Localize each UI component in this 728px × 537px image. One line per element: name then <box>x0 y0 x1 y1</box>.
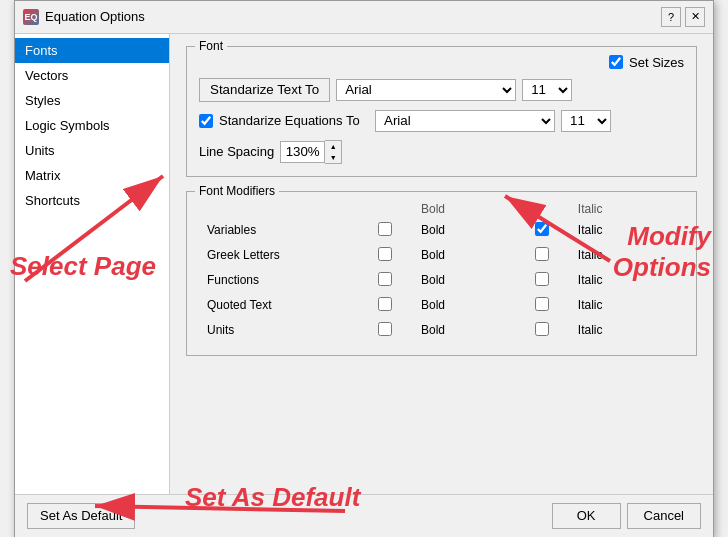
standarize-eq-label: Standarize Equations To <box>219 113 360 128</box>
modifier-row: Quoted Text Bold Italic <box>199 293 684 318</box>
sidebar-item-logic-symbols[interactable]: Logic Symbols <box>15 113 169 138</box>
title-bar: EQ Equation Options ? ✕ <box>15 1 713 34</box>
modifier-bold-check-3[interactable] <box>370 293 413 318</box>
spinner-up-button[interactable]: ▲ <box>325 141 341 152</box>
standarize-text-size-select[interactable]: 89101112 <box>522 79 572 101</box>
spinner-down-button[interactable]: ▼ <box>325 152 341 163</box>
modifier-bold-label-1: Bold <box>413 243 527 268</box>
standarize-eq-checkbox-row: Standarize Equations To <box>199 113 369 128</box>
sidebar-item-units[interactable]: Units <box>15 138 169 163</box>
app-icon: EQ <box>23 9 39 25</box>
modifier-italic-label-1: Italic <box>570 243 684 268</box>
modifiers-section: Font Modifiers Bold Italic V <box>186 191 697 356</box>
modifier-italic-check-0[interactable] <box>527 218 570 243</box>
modifier-row: Units Bold Italic <box>199 318 684 343</box>
sidebar-item-fonts[interactable]: Fonts <box>15 38 169 63</box>
line-spacing-input[interactable] <box>280 141 325 163</box>
help-button[interactable]: ? <box>661 7 681 27</box>
modifier-name-3: Quoted Text <box>199 293 370 318</box>
modifier-italic-label-0: Italic <box>570 218 684 243</box>
standarize-eq-checkbox[interactable] <box>199 114 213 128</box>
modifier-italic-label-3: Italic <box>570 293 684 318</box>
modifier-bold-label-3: Bold <box>413 293 527 318</box>
dialog-body: Fonts Vectors Styles Logic Symbols Units… <box>15 34 713 494</box>
col-header-italic-check <box>527 200 570 218</box>
modifier-name-4: Units <box>199 318 370 343</box>
modifier-row: Greek Letters Bold Italic <box>199 243 684 268</box>
line-spacing-spinner: ▲ ▼ <box>280 140 342 164</box>
cancel-button[interactable]: Cancel <box>627 503 701 529</box>
title-buttons: ? ✕ <box>661 7 705 27</box>
modifier-italic-label-4: Italic <box>570 318 684 343</box>
footer-left: Set As Default <box>27 503 552 529</box>
col-header-bold-check <box>370 200 413 218</box>
modifier-bold-check-2[interactable] <box>370 268 413 293</box>
modifiers-table: Bold Italic Variables Bold Italic Greek … <box>199 200 684 343</box>
modifier-italic-label-2: Italic <box>570 268 684 293</box>
modifier-italic-check-1[interactable] <box>527 243 570 268</box>
standarize-text-row: Standarize Text To Arial Times New Roman… <box>199 78 684 102</box>
modifier-bold-label-2: Bold <box>413 268 527 293</box>
standarize-text-button[interactable]: Standarize Text To <box>199 78 330 102</box>
modifier-name-1: Greek Letters <box>199 243 370 268</box>
title-bar-left: EQ Equation Options <box>23 9 145 25</box>
col-header-bold: Bold <box>413 200 527 218</box>
sidebar-item-shortcuts[interactable]: Shortcuts <box>15 188 169 213</box>
set-sizes-label: Set Sizes <box>629 55 684 70</box>
dialog-title: Equation Options <box>45 9 145 24</box>
standarize-eq-size-select[interactable]: 89101112 <box>561 110 611 132</box>
modifier-row: Variables Bold Italic <box>199 218 684 243</box>
col-header-italic: Italic <box>570 200 684 218</box>
standarize-eq-font-select[interactable]: Arial Times New Roman Courier New <box>375 110 555 132</box>
line-spacing-label: Line Spacing <box>199 144 274 159</box>
modifier-row: Functions Bold Italic <box>199 268 684 293</box>
line-spacing-row: Line Spacing ▲ ▼ <box>199 140 684 164</box>
set-sizes-row: Set Sizes <box>199 55 684 70</box>
sidebar-item-vectors[interactable]: Vectors <box>15 63 169 88</box>
set-sizes-checkbox[interactable] <box>609 55 623 69</box>
modifiers-section-label: Font Modifiers <box>195 184 279 198</box>
sidebar: Fonts Vectors Styles Logic Symbols Units… <box>15 34 170 494</box>
dialog-footer: Set As Default OK Cancel <box>15 494 713 537</box>
spinner-buttons: ▲ ▼ <box>325 140 342 164</box>
modifier-bold-label-4: Bold <box>413 318 527 343</box>
col-header-name <box>199 200 370 218</box>
main-content: Font Set Sizes Standarize Text To Arial … <box>170 34 713 494</box>
modifier-bold-check-0[interactable] <box>370 218 413 243</box>
modifier-name-0: Variables <box>199 218 370 243</box>
standarize-text-font-select[interactable]: Arial Times New Roman Courier New <box>336 79 516 101</box>
ok-button[interactable]: OK <box>552 503 621 529</box>
sidebar-item-matrix[interactable]: Matrix <box>15 163 169 188</box>
modifier-bold-check-4[interactable] <box>370 318 413 343</box>
close-button[interactable]: ✕ <box>685 7 705 27</box>
set-as-default-button[interactable]: Set As Default <box>27 503 135 529</box>
standarize-eq-row: Standarize Equations To Arial Times New … <box>199 110 684 132</box>
modifier-bold-label-0: Bold <box>413 218 527 243</box>
sidebar-item-styles[interactable]: Styles <box>15 88 169 113</box>
font-section: Font Set Sizes Standarize Text To Arial … <box>186 46 697 177</box>
modifier-italic-check-3[interactable] <box>527 293 570 318</box>
modifier-italic-check-4[interactable] <box>527 318 570 343</box>
modifier-italic-check-2[interactable] <box>527 268 570 293</box>
equation-options-dialog: EQ Equation Options ? ✕ Fonts Vectors St… <box>14 0 714 537</box>
modifier-name-2: Functions <box>199 268 370 293</box>
font-section-label: Font <box>195 39 227 53</box>
modifier-bold-check-1[interactable] <box>370 243 413 268</box>
